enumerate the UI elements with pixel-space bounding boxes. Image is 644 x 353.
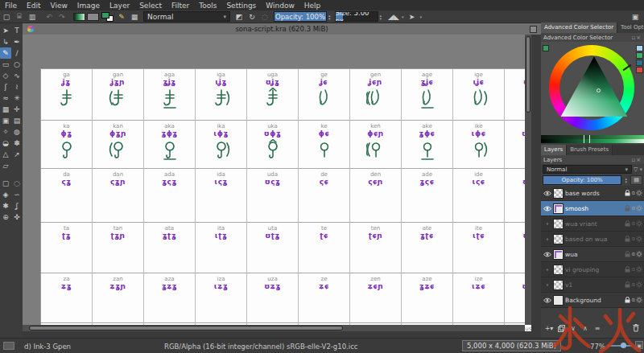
workspace-chooser-icon[interactable]: ▣	[630, 11, 641, 22]
transform-tool-icon[interactable]: ▦	[0, 104, 11, 115]
layer-name[interactable]: Background	[565, 297, 623, 304]
layer-visibility-eye-icon[interactable]	[543, 296, 551, 305]
text-tool-icon[interactable]: T	[11, 25, 23, 36]
layer-opacity-spinner[interactable]: ▴▾	[625, 177, 627, 183]
color-swatch-1[interactable]	[636, 52, 643, 59]
opacity-spinner[interactable]: ▴▾	[328, 14, 331, 20]
edit-shapes-tool-icon[interactable]: ↳	[0, 36, 11, 47]
layer-alpha-icon[interactable]: α	[631, 205, 635, 211]
layer-visibility-eye-icon[interactable]	[543, 265, 551, 274]
redo-icon[interactable]: ↷	[56, 11, 68, 22]
layer-alpha-icon[interactable]: α	[631, 190, 635, 196]
layer-filter-caret[interactable]: ▾	[639, 166, 642, 173]
layer-visibility-eye-icon[interactable]	[543, 235, 551, 244]
canvas-document[interactable]: gaʝʓganʝʓɲagaʓʝʓigaɩʝʓugaʊʝʓgeʝɕgenʝɕɲag…	[40, 68, 531, 331]
crop-tool-icon[interactable]: ▣	[0, 115, 11, 126]
float-document-button[interactable]	[530, 26, 537, 33]
menu-filter[interactable]: Filter	[167, 2, 194, 10]
freehand-brush-tool-icon[interactable]: ✎	[0, 47, 11, 59]
layer-alpha-icon[interactable]: α	[631, 251, 635, 257]
menu-window[interactable]: Window	[261, 2, 299, 10]
layers-docker-icons[interactable]: ▫×	[631, 157, 642, 163]
layer-lock-icon[interactable]	[625, 281, 630, 288]
select-freehand-tool-icon[interactable]: ∽	[11, 189, 23, 200]
smart-patch-tool-icon[interactable]: ✽	[11, 138, 23, 149]
layer-lock-icon[interactable]	[625, 297, 630, 303]
layer-row-wua-vriant[interactable]: wua vriantα	[541, 216, 644, 232]
open-document-icon[interactable]: ⌸	[14, 11, 25, 22]
tab-tool-options[interactable]: Tool Options	[617, 23, 644, 33]
layer-thumbnail[interactable]	[553, 265, 564, 275]
layer-thumbnail[interactable]	[553, 234, 564, 244]
new-document-icon[interactable]: ▢	[1, 11, 12, 22]
layer-lock-icon[interactable]	[625, 220, 630, 227]
color-swatch-3[interactable]	[636, 67, 643, 73]
layer-properties-icon[interactable]	[636, 205, 642, 211]
layer-lock-icon[interactable]	[625, 190, 630, 196]
layer-filter-icon[interactable]: ▽	[634, 166, 638, 173]
menu-help[interactable]: Help	[299, 2, 326, 10]
size-slider[interactable]: Size: 5.00 px	[335, 11, 378, 22]
layer-blend-mode-dropdown[interactable]: Normal▾	[543, 165, 632, 174]
reference-images-tool-icon[interactable]: ▱	[0, 160, 11, 171]
layer-thumbnail[interactable]	[553, 280, 564, 290]
measure-tool-icon[interactable]: ↗	[11, 149, 23, 160]
canvas-vertical-scrollbar[interactable]	[525, 35, 531, 325]
layer-alpha-icon[interactable]: α	[631, 236, 635, 242]
layer-visibility-eye-icon[interactable]	[543, 220, 551, 228]
layer-lock-icon[interactable]	[625, 205, 630, 211]
reload-preset-icon[interactable]: ↻	[246, 11, 258, 22]
freehand-path-tool-icon[interactable]: ≀	[11, 81, 23, 92]
layer-name[interactable]: based on wua	[565, 236, 623, 243]
layer-alpha-icon[interactable]: α	[631, 266, 635, 273]
select-polygon-tool-icon[interactable]: ◈	[0, 189, 11, 200]
layer-name[interactable]: wua vriant	[565, 220, 623, 228]
line-tool-icon[interactable]: ∕	[11, 47, 23, 59]
canvas-viewport[interactable]: gaʝʓganʝʓɲagaʓʝʓigaɩʝʓugaʊʝʓgeʝɕgenʝɕɲag…	[23, 35, 531, 331]
layer-row-base-words[interactable]: base wordsα	[541, 186, 644, 201]
colorspace-info[interactable]: RGB/Alpha (16-bit integer/channel) sRGB-…	[164, 343, 357, 351]
layer-visibility-eye-icon[interactable]	[543, 281, 551, 289]
foreground-background-colors[interactable]	[101, 12, 114, 22]
calligraphy-tool-icon[interactable]: ✒	[11, 36, 23, 47]
tab-layers[interactable]: Layers	[541, 145, 567, 155]
preserve-alpha-icon[interactable]: ◌	[259, 11, 270, 22]
color-sampler-tool-icon[interactable]: ✧	[0, 126, 11, 138]
gradient-tool-icon[interactable]: ▤	[11, 115, 23, 126]
save-document-icon[interactable]: ▥	[27, 11, 38, 22]
layer-visibility-eye-icon[interactable]	[543, 189, 551, 198]
colorize-mask-tool-icon[interactable]: ◒	[0, 138, 11, 149]
undo-icon[interactable]: ↶	[43, 11, 55, 22]
mirror-options-caret[interactable]: ▾	[402, 15, 404, 18]
select-bezier-tool-icon[interactable]: ʆ	[11, 200, 23, 211]
recent-color-swatches[interactable]	[636, 45, 643, 73]
tab-brush-presets[interactable]: Brush Presets	[567, 145, 613, 155]
menu-select[interactable]: Select	[134, 2, 167, 10]
edit-brush-settings-icon[interactable]: ✎	[116, 11, 127, 22]
eraser-mode-icon[interactable]: ◩	[233, 11, 245, 22]
layer-row-based-on-wua[interactable]: based on wuaα	[541, 232, 644, 247]
select-shapes-tool-icon[interactable]: ➤	[0, 25, 11, 36]
brush-preset-thumbnail[interactable]	[3, 342, 14, 350]
document-titlebar[interactable]: sona-script.kra (620.3 MiB)	[23, 23, 541, 35]
fill-tool-icon[interactable]: ◍	[11, 126, 23, 138]
ellipse-tool-icon[interactable]: ○	[11, 59, 23, 70]
layer-thumbnail[interactable]	[553, 295, 564, 306]
menu-layer[interactable]: Layer	[105, 2, 134, 10]
wrap-around-icon[interactable]: ➤	[407, 11, 418, 22]
layer-alpha-icon[interactable]: α	[631, 220, 635, 227]
menu-view[interactable]: View	[46, 2, 72, 10]
menu-edit[interactable]: Edit	[22, 2, 45, 10]
layer-thumbnail[interactable]	[553, 203, 564, 214]
assistants-tool-icon[interactable]: △	[0, 149, 11, 160]
polyline-tool-icon[interactable]: ∿	[11, 70, 23, 81]
layer-properties-icon[interactable]	[636, 297, 642, 303]
move-tool-icon[interactable]: ✛	[11, 104, 23, 115]
layer-alpha-icon[interactable]: α	[631, 297, 635, 303]
tab-advanced-color-selector[interactable]: Advanced Color Selector	[541, 23, 617, 33]
active-brush-name[interactable]: d) Ink-3 Gpen	[24, 343, 71, 351]
layer-thumbnail[interactable]	[553, 249, 564, 260]
layer-row-smoosh[interactable]: smooshα	[541, 201, 644, 216]
layer-visibility-eye-icon[interactable]	[543, 250, 551, 259]
size-spinner[interactable]: ▴▾	[380, 14, 382, 20]
